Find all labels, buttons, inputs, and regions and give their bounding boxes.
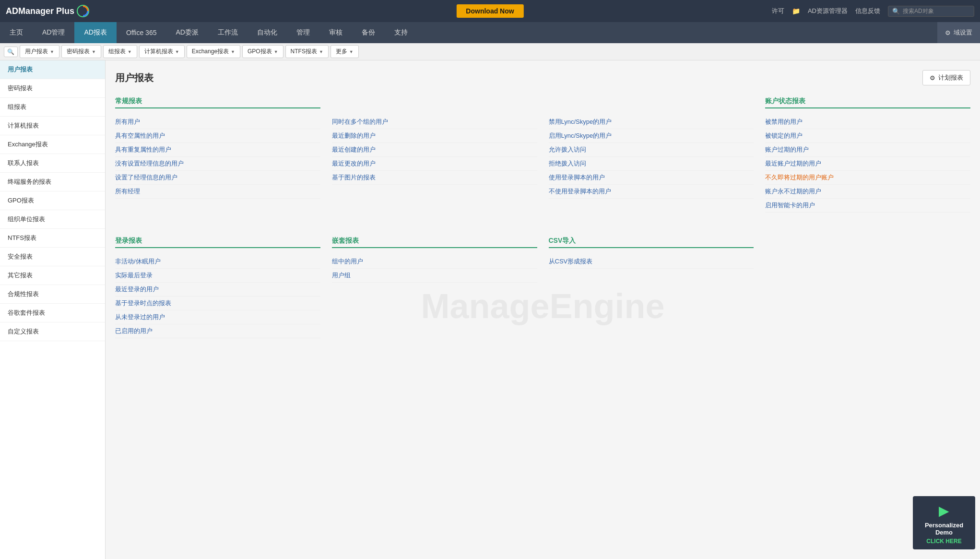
sidebar-item-custom-reports[interactable]: 自定义报表 (0, 322, 105, 341)
password-reports-btn[interactable]: 密码报表 ▼ (61, 45, 101, 58)
chevron-down-icon: ▼ (50, 49, 54, 54)
nav-tab-workflow[interactable]: 工作流 (208, 22, 248, 43)
report-link-expired-accounts[interactable]: 账户过期的用户 (765, 143, 970, 157)
sidebar-item-computer-reports[interactable]: 计算机报表 (0, 117, 105, 135)
report-link-no-logon-script[interactable]: 不使用登录脚本的用户 (549, 185, 754, 199)
computer-reports-btn[interactable]: 计算机报表 ▼ (139, 45, 185, 58)
chevron-down-icon: ▼ (175, 49, 179, 54)
nav-tab-ad-report[interactable]: AD报表 (74, 22, 116, 43)
report-link-csv-report[interactable]: 从CSV形成报表 (549, 255, 754, 269)
sidebar-item-terminal-reports[interactable]: 终端服务的报表 (0, 173, 105, 191)
sidebar-item-ntfs-reports[interactable]: NTFS报表 (0, 229, 105, 248)
report-link-dial-allow[interactable]: 允许拨入访问 (549, 143, 754, 157)
report-link-photo-based[interactable]: 基于图片的报表 (332, 171, 537, 185)
page-title: 用户报表 (115, 71, 153, 84)
schedule-report-button[interactable]: ⚙ 计划报表 (922, 70, 970, 85)
normal-reports-title: 常规报表 (115, 97, 320, 108)
nav-tab-backup[interactable]: 备份 (352, 22, 385, 43)
main-nav: 主页 AD管理 AD报表 Office 365 AD委派 工作流 自动化 管理 … (0, 22, 980, 43)
sidebar-item-compliance-reports[interactable]: 合规性报表 (0, 285, 105, 304)
content-area: ManageEngine 用户报表 ⚙ 计划报表 常规报表 所有用户 具有空属性… (106, 60, 980, 559)
nav-tab-audit[interactable]: 审核 (319, 22, 352, 43)
sidebar-item-exchange-reports[interactable]: Exchange报表 (0, 135, 105, 154)
report-link-recent-deleted[interactable]: 最近删除的用户 (332, 129, 537, 143)
user-reports-btn[interactable]: 用户报表 ▼ (20, 45, 59, 58)
report-link-last-login[interactable]: 实际最后登录 (115, 269, 320, 283)
report-link-never-logged[interactable]: 从未登录过的用户 (115, 310, 320, 324)
report-link-all-managers[interactable]: 所有经理 (115, 185, 320, 199)
login-reports-section: 登录报表 非活动/休眠用户 实际最后登录 最近登录的用户 基于登录时点的报表 从… (115, 237, 320, 338)
domain-settings-button[interactable]: ⚙ 域设置 (937, 22, 980, 43)
report-link-dup-attr[interactable]: 具有重复属性的用户 (115, 143, 320, 157)
sidebar-item-gsuite-reports[interactable]: 谷歌套件报表 (0, 304, 105, 322)
report-link-multi-group[interactable]: 同时在多个组的用户 (332, 115, 537, 129)
report-link-all-users[interactable]: 所有用户 (115, 115, 320, 129)
nav-tab-automation[interactable]: 自动化 (248, 22, 287, 43)
report-link-never-expire[interactable]: 账户永不过期的用户 (765, 185, 970, 199)
sidebar-item-password-reports[interactable]: 密码报表 (0, 79, 105, 98)
nav-tab-home[interactable]: 主页 (0, 22, 33, 43)
report-link-smart-card[interactable]: 启用智能卡的用户 (765, 199, 970, 213)
sidebar-item-group-reports[interactable]: 组报表 (0, 98, 105, 117)
search-input[interactable] (903, 8, 970, 14)
report-link-recent-login[interactable]: 最近登录的用户 (115, 283, 320, 297)
report-link-users-in-group[interactable]: 组中的用户 (332, 255, 537, 269)
report-link-locked-users[interactable]: 被锁定的用户 (765, 129, 970, 143)
sub-nav-search[interactable]: 🔍 (4, 47, 18, 57)
report-link-user-groups[interactable]: 用户组 (332, 269, 537, 283)
report-link-recently-expired[interactable]: 最近账户过期的用户 (765, 157, 970, 171)
logo-text: ADManager Plus (6, 6, 74, 16)
sidebar-item-contact-reports[interactable]: 联系人报表 (0, 154, 105, 173)
nav-tab-manage[interactable]: 管理 (287, 22, 319, 43)
report-link-inactive[interactable]: 非活动/休眠用户 (115, 255, 320, 269)
more-reports-btn[interactable]: 更多 ▼ (331, 45, 359, 58)
sidebar-item-other-reports[interactable]: 其它报表 (0, 266, 105, 285)
report-link-no-manager[interactable]: 没有设置经理信息的用户 (115, 157, 320, 171)
csv-import-title: CSV导入 (549, 237, 754, 248)
group-reports-btn[interactable]: 组报表 ▼ (103, 45, 137, 58)
top-right-area: 许可 📁 AD资源管理器 信息反馈 🔍 (772, 6, 974, 17)
report-link-enabled-users[interactable]: 已启用的用户 (115, 324, 320, 338)
lync-reports-section: 禁用Lync/Skype的用户 启用Lync/Skype的用户 允许拨入访问 拒… (549, 97, 754, 213)
empty-col (765, 237, 970, 353)
ntfs-reports-btn[interactable]: NTFS报表 ▼ (285, 45, 329, 58)
nav-tab-support[interactable]: 支持 (385, 22, 417, 43)
sidebar: 用户报表 密码报表 组报表 计算机报表 Exchange报表 联系人报表 终端服… (0, 60, 106, 559)
download-button[interactable]: Download Now (456, 4, 523, 18)
search-bar[interactable]: 🔍 (888, 6, 974, 17)
report-link-lync-enabled[interactable]: 启用Lync/Skype的用户 (549, 129, 754, 143)
nested-reports-title: 嵌套报表 (332, 237, 537, 248)
login-reports-title: 登录报表 (115, 237, 320, 248)
report-link-disabled-users[interactable]: 被禁用的用户 (765, 115, 970, 129)
sidebar-item-security-reports[interactable]: 安全报表 (0, 248, 105, 266)
exchange-reports-btn[interactable]: Exchange报表 ▼ (187, 45, 240, 58)
report-link-recent-created[interactable]: 最近创建的用户 (332, 143, 537, 157)
nav-tab-ad-manage[interactable]: AD管理 (33, 22, 74, 43)
normal-reports-section: 常规报表 所有用户 具有空属性的用户 具有重复属性的用户 没有设置经理信息的用户… (115, 97, 320, 213)
main-layout: 用户报表 密码报表 组报表 计算机报表 Exchange报表 联系人报表 终端服… (0, 60, 980, 559)
sidebar-item-user-reports[interactable]: 用户报表 (0, 60, 105, 79)
nav-tab-office365[interactable]: Office 365 (117, 22, 166, 43)
report-link-dial-deny[interactable]: 拒绝拨入访问 (549, 157, 754, 171)
feedback-link[interactable]: 信息反馈 (855, 7, 880, 15)
personalized-demo-widget[interactable]: ▶ Personalized Demo CLICK HERE (913, 496, 975, 549)
report-link-use-logon-script[interactable]: 使用登录脚本的用户 (549, 171, 754, 185)
account-status-title: 账户状态报表 (765, 97, 970, 108)
nav-tab-delegation[interactable]: AD委派 (166, 22, 208, 43)
report-link-time-based-login[interactable]: 基于登录时点的报表 (115, 297, 320, 310)
content-header: 用户报表 ⚙ 计划报表 (115, 70, 970, 85)
report-link-lync-disabled[interactable]: 禁用Lync/Skype的用户 (549, 115, 754, 129)
clock-icon: ⚙ (930, 74, 935, 82)
license-link[interactable]: 许可 (772, 7, 784, 15)
gpo-reports-btn[interactable]: GPO报表 ▼ (242, 45, 283, 58)
demo-click-here[interactable]: CLICK HERE (918, 538, 970, 545)
report-link-has-manager[interactable]: 设置了经理信息的用户 (115, 171, 320, 185)
sidebar-item-gpo-reports[interactable]: GPO报表 (0, 191, 105, 210)
report-link-empty-attr[interactable]: 具有空属性的用户 (115, 129, 320, 143)
ad-manager-link[interactable]: AD资源管理器 (808, 7, 848, 15)
nested-reports-section: 嵌套报表 组中的用户 用户组 (332, 237, 537, 338)
search-icon: 🔍 (892, 8, 900, 15)
sidebar-item-ou-reports[interactable]: 组织单位报表 (0, 210, 105, 229)
report-link-expiring-soon[interactable]: 不久即将过期的用户账户 (765, 171, 970, 185)
report-link-recent-changed[interactable]: 最近更改的用户 (332, 157, 537, 171)
